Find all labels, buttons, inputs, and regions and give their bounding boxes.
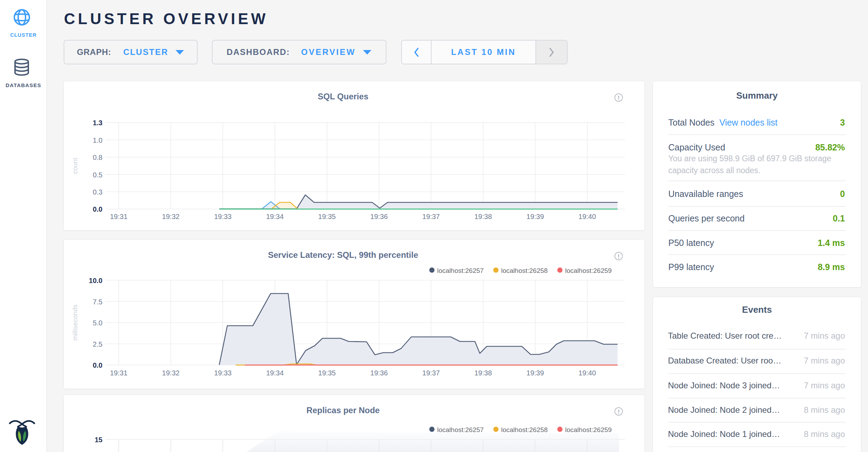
svg-text:19:32: 19:32	[162, 369, 179, 377]
svg-text:!: !	[618, 95, 620, 101]
svg-text:19:34: 19:34	[266, 369, 284, 377]
svg-text:localhost:26258: localhost:26258	[501, 267, 548, 274]
svg-text:localhost:26259: localhost:26259	[565, 426, 612, 433]
svg-text:count: count	[71, 157, 79, 174]
svg-text:0.5: 0.5	[93, 171, 102, 179]
svg-text:2.5: 2.5	[93, 340, 102, 348]
svg-text:19:33: 19:33	[214, 369, 232, 377]
svg-text:19:40: 19:40	[578, 369, 596, 377]
svg-text:10.0: 10.0	[89, 277, 102, 284]
svg-text:19:36: 19:36	[370, 213, 388, 220]
svg-text:localhost:26259: localhost:26259	[565, 267, 612, 274]
svg-text:19:38: 19:38	[474, 369, 492, 377]
svg-text:!: !	[618, 409, 620, 415]
svg-text:Service Latency: SQL, 99th per: Service Latency: SQL, 99th percentile	[268, 250, 418, 260]
svg-text:localhost:26257: localhost:26257	[437, 426, 484, 433]
svg-text:!: !	[618, 253, 620, 260]
svg-text:1.3: 1.3	[93, 119, 102, 127]
svg-text:19:40: 19:40	[578, 213, 596, 220]
svg-text:19:39: 19:39	[526, 213, 544, 220]
svg-text:5.0: 5.0	[93, 319, 102, 327]
svg-text:1.0: 1.0	[93, 136, 102, 144]
svg-text:0.0: 0.0	[93, 205, 102, 213]
svg-text:19:31: 19:31	[110, 369, 127, 377]
svg-text:19:31: 19:31	[110, 213, 127, 220]
svg-text:19:33: 19:33	[214, 213, 232, 220]
svg-text:15: 15	[95, 436, 102, 444]
svg-text:milliseconds: milliseconds	[71, 304, 79, 340]
svg-text:0.0: 0.0	[93, 361, 102, 369]
svg-text:19:35: 19:35	[318, 369, 336, 377]
svg-text:localhost:26258: localhost:26258	[501, 426, 548, 433]
svg-text:SQL Queries: SQL Queries	[318, 92, 369, 101]
svg-text:Replicas per Node: Replicas per Node	[306, 405, 379, 415]
svg-text:0.8: 0.8	[93, 154, 102, 161]
svg-text:19:32: 19:32	[162, 213, 179, 220]
svg-text:19:34: 19:34	[266, 213, 284, 220]
svg-text:19:38: 19:38	[474, 213, 492, 220]
svg-text:19:36: 19:36	[370, 369, 388, 377]
svg-text:0.3: 0.3	[93, 188, 102, 196]
svg-text:7.5: 7.5	[93, 298, 102, 306]
svg-text:localhost:26257: localhost:26257	[437, 267, 484, 274]
svg-text:19:39: 19:39	[526, 369, 544, 377]
svg-text:19:35: 19:35	[318, 213, 336, 220]
svg-text:19:37: 19:37	[422, 369, 440, 377]
svg-text:19:37: 19:37	[422, 213, 440, 220]
